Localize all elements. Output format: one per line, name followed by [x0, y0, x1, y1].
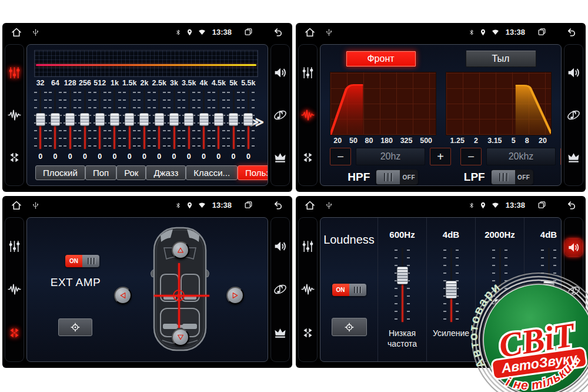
- equalizer-icon[interactable]: [300, 65, 315, 80]
- eq-preset-button[interactable]: Польз.: [238, 165, 268, 180]
- slider-handle[interactable]: [229, 113, 238, 126]
- eq-band-slider[interactable]: [48, 89, 62, 150]
- recents-icon[interactable]: [243, 200, 253, 210]
- slider-handle[interactable]: [155, 113, 164, 126]
- slider-handle[interactable]: [80, 113, 89, 126]
- equalizer-icon[interactable]: [300, 239, 315, 254]
- slider-handle[interactable]: [51, 113, 60, 126]
- loudness-slider[interactable]: [389, 247, 415, 323]
- back-icon[interactable]: [272, 200, 284, 211]
- loudness-column: 600Hz Низкая частота: [377, 218, 426, 361]
- balance-left-button[interactable]: [114, 287, 132, 304]
- home-icon[interactable]: [11, 26, 22, 38]
- eq-band-slider[interactable]: [226, 89, 240, 150]
- sound-effect-icon[interactable]: [273, 108, 288, 122]
- eq-band-slider[interactable]: [152, 89, 166, 150]
- slider-handle[interactable]: [110, 113, 119, 126]
- toggle-grip: [492, 170, 515, 184]
- center-reset-button[interactable]: [332, 318, 367, 336]
- eq-band: 2k 0: [137, 79, 152, 162]
- hpf-toggle[interactable]: OFF: [376, 170, 418, 185]
- slider-handle[interactable]: [36, 113, 45, 126]
- slider-handle[interactable]: [139, 113, 149, 126]
- balance-icon[interactable]: [7, 150, 22, 165]
- home-icon[interactable]: [304, 200, 316, 211]
- sound-effect-icon[interactable]: [566, 108, 581, 122]
- home-icon[interactable]: [11, 200, 22, 211]
- volume-icon[interactable]: [273, 239, 288, 254]
- fader-rear-button[interactable]: [172, 328, 189, 346]
- balance-icon[interactable]: [300, 150, 315, 165]
- waveform-icon[interactable]: [300, 282, 315, 297]
- eq-band-frequency: 1k: [107, 79, 122, 89]
- recents-icon[interactable]: [537, 27, 547, 37]
- slider-handle[interactable]: [397, 267, 408, 284]
- eq-band-slider[interactable]: [166, 89, 181, 150]
- eq-band-slider[interactable]: [63, 89, 78, 150]
- crown-icon[interactable]: [566, 150, 581, 165]
- eq-band-slider[interactable]: [182, 89, 196, 150]
- speaker-tab[interactable]: Фронт: [346, 51, 416, 67]
- eq-band-slider[interactable]: [196, 89, 211, 150]
- balance-icon[interactable]: [300, 325, 315, 340]
- eq-band-slider[interactable]: [122, 89, 137, 150]
- recents-icon[interactable]: [537, 200, 547, 210]
- eq-preset-button[interactable]: Плоский: [35, 165, 85, 180]
- fader-front-button[interactable]: [172, 241, 189, 259]
- ext-amp-toggle[interactable]: ON: [65, 255, 99, 267]
- lpf-plus-button[interactable]: +: [560, 148, 562, 165]
- slider-handle[interactable]: [184, 113, 193, 126]
- back-icon[interactable]: [565, 26, 577, 38]
- crown-icon[interactable]: [273, 150, 288, 165]
- loudness-toggle[interactable]: ON: [332, 284, 366, 296]
- slider-handle[interactable]: [65, 113, 75, 126]
- slider-handle[interactable]: [95, 113, 105, 126]
- eq-band-value: 0: [33, 152, 48, 162]
- equalizer-icon[interactable]: [7, 239, 22, 254]
- loudness-slider[interactable]: [438, 247, 464, 323]
- eq-band: 64 0: [48, 79, 62, 162]
- balance-right-button[interactable]: [226, 287, 244, 304]
- slider-handle[interactable]: [243, 113, 253, 126]
- recents-icon[interactable]: [243, 27, 253, 37]
- eq-band-slider[interactable]: [78, 89, 92, 150]
- waveform-icon[interactable]: [7, 282, 22, 297]
- eq-bands: 32 0 64: [27, 79, 268, 162]
- sound-effect-icon[interactable]: [273, 282, 288, 297]
- speaker-tabs: Фронт Тыл: [320, 51, 561, 67]
- eq-preset-button[interactable]: Рок: [116, 165, 146, 180]
- back-icon[interactable]: [272, 26, 284, 38]
- eq-band-slider[interactable]: [92, 89, 107, 150]
- slider-handle[interactable]: [214, 113, 223, 126]
- lpf-toggle[interactable]: OFF: [491, 170, 533, 185]
- eq-band-slider[interactable]: [33, 89, 48, 150]
- slider-handle[interactable]: [199, 113, 209, 126]
- panel-balance: 13:38 ON EXT AMP: [2, 196, 292, 368]
- volume-icon[interactable]: [565, 239, 582, 256]
- hpf-minus-button[interactable]: −: [330, 148, 351, 165]
- slider-handle[interactable]: [169, 113, 179, 126]
- eq-band-slider[interactable]: [211, 89, 226, 150]
- eq-preset-button[interactable]: Поп: [85, 165, 116, 180]
- equalizer-icon[interactable]: [7, 65, 22, 80]
- slider-handle[interactable]: [446, 281, 457, 298]
- lpf-minus-button[interactable]: −: [460, 148, 482, 165]
- home-icon[interactable]: [304, 26, 316, 38]
- center-reset-button[interactable]: [58, 318, 92, 336]
- balance-icon[interactable]: [7, 325, 22, 340]
- waveform-icon[interactable]: [300, 108, 315, 122]
- volume-icon[interactable]: [273, 65, 288, 80]
- speaker-tab[interactable]: Тыл: [466, 51, 536, 67]
- back-icon[interactable]: [565, 200, 577, 211]
- eq-band-slider[interactable]: [107, 89, 122, 150]
- eq-band-slider[interactable]: [137, 89, 152, 150]
- waveform-icon[interactable]: [7, 108, 22, 122]
- eq-preset-button[interactable]: Класси...: [186, 165, 238, 180]
- crown-icon[interactable]: [273, 325, 288, 340]
- eq-preset-button[interactable]: Джазз: [146, 165, 186, 180]
- hpf-plus-button[interactable]: +: [430, 148, 451, 165]
- volume-icon[interactable]: [566, 65, 581, 80]
- slider-handle[interactable]: [125, 113, 134, 126]
- location-icon: [479, 201, 487, 210]
- eq-band: 5k 0: [226, 79, 240, 162]
